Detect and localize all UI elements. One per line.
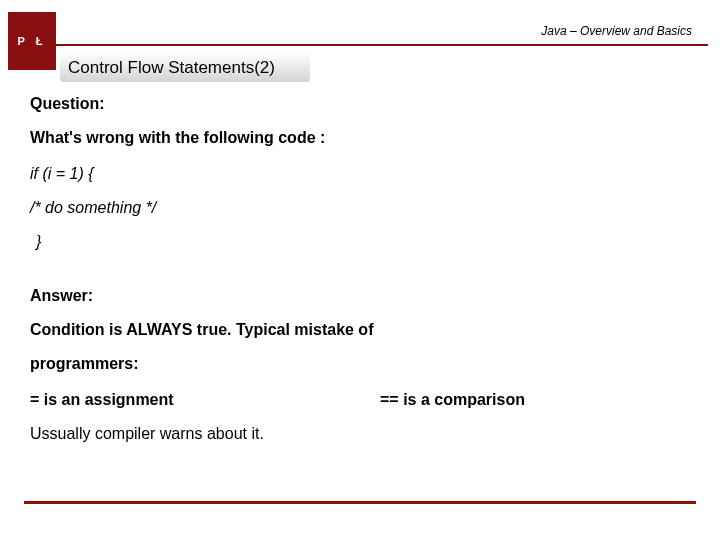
comparison-text: == is a comparison (380, 388, 525, 412)
answer-line-1: Condition is ALWAYS true. Typical mistak… (30, 318, 690, 342)
university-logo: P Ł (8, 12, 56, 70)
header-divider (56, 44, 708, 46)
logo-text: P Ł (18, 35, 47, 47)
assignment-text: = is an assignment (30, 388, 380, 412)
slide-title-box: Control Flow Statements(2) (60, 54, 310, 82)
slide-content: Question: What's wrong with the followin… (0, 92, 720, 446)
code-line-1: if (i = 1) { (30, 162, 690, 186)
slide-title: Control Flow Statements(2) (68, 58, 275, 78)
answer-line-2: programmers: (30, 352, 690, 376)
question-text: What's wrong with the following code : (30, 126, 690, 150)
operator-row: = is an assignment == is a comparison (30, 388, 690, 412)
course-label: Java – Overview and Basics (541, 24, 692, 38)
code-line-2: /* do something */ (30, 196, 690, 220)
slide-header: P Ł Java – Overview and Basics Control F… (0, 0, 720, 90)
answer-label: Answer: (30, 284, 690, 308)
question-label: Question: (30, 92, 690, 116)
code-line-3: } (36, 230, 690, 254)
footer-divider (24, 501, 696, 504)
compiler-note: Ussually compiler warns about it. (30, 422, 690, 446)
